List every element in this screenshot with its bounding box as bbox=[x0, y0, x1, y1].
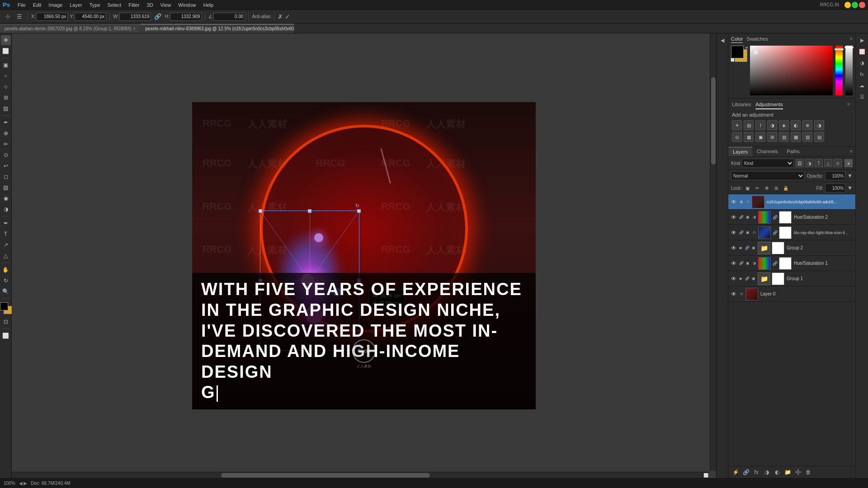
layer-item-hue2[interactable]: 👁 🔗 ▣ ◑ 🔗 Hue/Saturation 2 bbox=[728, 210, 855, 225]
win-minimize[interactable] bbox=[844, 2, 851, 8]
canvas-image[interactable]: RRCG 人人素材 RRCG 人人素材 RRCG 人人素材 RRCG RRCG … bbox=[192, 102, 536, 409]
color-spectrum[interactable] bbox=[750, 46, 833, 95]
quick-mask-mode[interactable]: ⊡ bbox=[1, 317, 11, 327]
transform-options-icon[interactable]: ☰ bbox=[14, 12, 24, 22]
menu-type[interactable]: Type bbox=[86, 1, 104, 9]
filter-toggle[interactable]: ● bbox=[844, 159, 853, 167]
filter-smart-icon[interactable]: ⊙ bbox=[834, 159, 842, 167]
layer-visibility-group2[interactable]: 👁 bbox=[730, 244, 737, 252]
marquee-tool[interactable]: ▣ bbox=[1, 60, 11, 70]
foreground-color-swatch[interactable] bbox=[731, 46, 744, 58]
adj-selective-color[interactable]: ▤ bbox=[814, 132, 824, 142]
brush-tool[interactable]: ✏ bbox=[1, 139, 11, 149]
dodge-tool[interactable]: ◑ bbox=[1, 204, 11, 214]
shape-tool[interactable]: △ bbox=[1, 251, 11, 261]
win-maximize[interactable] bbox=[852, 2, 858, 8]
tab-layers[interactable]: Layers bbox=[728, 147, 752, 156]
lock-all[interactable]: 🔒 bbox=[782, 184, 790, 192]
move-tool[interactable]: ✥ bbox=[1, 35, 11, 45]
layer-delete-btn[interactable]: 🗑 bbox=[804, 468, 813, 477]
link-proportions-icon[interactable]: 🔗 bbox=[153, 12, 163, 22]
adj-threshold[interactable]: ▩ bbox=[791, 132, 801, 142]
hue-marker[interactable] bbox=[835, 48, 844, 50]
opacity-arrow[interactable]: ▼ bbox=[847, 173, 853, 179]
adj-brightness[interactable]: ☀ bbox=[732, 120, 742, 130]
adj-hue-sat[interactable]: ◐ bbox=[791, 120, 801, 130]
hand-tool[interactable]: ✋ bbox=[1, 265, 11, 275]
lasso-tool[interactable]: ○ bbox=[1, 71, 11, 81]
zoom-nav[interactable]: ◀ ▶ bbox=[19, 481, 28, 486]
change-screen-mode[interactable]: ⬜ bbox=[1, 331, 11, 341]
tab-paths[interactable]: Paths bbox=[783, 147, 804, 156]
adj-black-white[interactable]: ◑ bbox=[814, 120, 824, 130]
layer-item-n1fr[interactable]: 👁 ▣ ⊙ n1fr2upin5n0cs3cbp06ah0v60-adc05..… bbox=[728, 194, 855, 210]
crop-tool[interactable]: ⊞ bbox=[1, 93, 11, 103]
filter-type-icon[interactable]: T bbox=[815, 159, 823, 167]
text-tool[interactable]: T bbox=[1, 229, 11, 239]
filter-adjust-icon[interactable]: ◑ bbox=[805, 159, 813, 167]
adj-color-balance[interactable]: ⊕ bbox=[802, 120, 812, 130]
eraser-tool[interactable]: ◻ bbox=[1, 172, 11, 182]
swap-colors-icon[interactable]: ⇌ bbox=[745, 46, 748, 50]
layer-item-group2[interactable]: 👁 ▶ 🔗 ▣ 📁 Group 2 bbox=[728, 240, 855, 256]
alpha-marker[interactable] bbox=[844, 47, 854, 48]
eyedropper-tool[interactable]: ✒ bbox=[1, 117, 11, 127]
layers-panel-menu[interactable]: ≡ bbox=[847, 147, 855, 156]
menu-select[interactable]: Select bbox=[104, 1, 125, 9]
gradient-tool[interactable]: ▨ bbox=[1, 183, 11, 192]
scroll-thumb-h[interactable] bbox=[221, 473, 430, 478]
layer-filter-btn[interactable]: ⚡ bbox=[731, 468, 740, 477]
adj-exposure[interactable]: ◑ bbox=[767, 120, 777, 130]
alpha-slider[interactable] bbox=[845, 46, 853, 95]
layer-visibility-group1[interactable]: 👁 bbox=[730, 275, 737, 282]
layer-visibility-layer0[interactable]: 👁 bbox=[730, 291, 737, 298]
panel-hide-button[interactable]: ◀ bbox=[717, 35, 727, 45]
menu-image[interactable]: Image bbox=[46, 1, 66, 9]
tab-adjustments[interactable]: Adjustments bbox=[755, 100, 783, 109]
frame-tool[interactable]: ▨ bbox=[1, 103, 11, 113]
w-input[interactable] bbox=[119, 13, 151, 21]
adj-vibrance[interactable]: ◈ bbox=[779, 120, 789, 130]
adj-curves[interactable]: ⌇ bbox=[755, 120, 765, 130]
opacity-input[interactable] bbox=[825, 171, 845, 180]
layer-visibility-bluray[interactable]: 👁 bbox=[730, 229, 737, 236]
layer-item-bluray[interactable]: 👁 🔗 ▣ ⊙ 🔗 blu-ray-disc-light-blue-icon-l… bbox=[728, 225, 855, 240]
right-icon-adjustments[interactable]: ◑ bbox=[857, 58, 867, 68]
canvas-area[interactable]: RRCG 人人素材 RRCG 人人素材 RRCG 人人素材 RRCG RRCG … bbox=[12, 33, 716, 478]
kind-select[interactable]: Kind Name Effect Mode Attribute Color Sm… bbox=[742, 159, 794, 168]
artboard-tool[interactable]: ⬜ bbox=[1, 46, 11, 56]
zoom-tool[interactable]: 🔍 bbox=[1, 286, 11, 296]
x-input[interactable] bbox=[36, 13, 68, 21]
adj-panel-expand[interactable]: ≡ bbox=[845, 100, 852, 109]
angle-input[interactable] bbox=[213, 13, 245, 21]
tab-channels[interactable]: Channels bbox=[752, 147, 782, 156]
scroll-corner[interactable]: ⬜ bbox=[703, 472, 709, 478]
menu-view[interactable]: View bbox=[157, 1, 175, 9]
transform-tool-icon[interactable]: ⊹ bbox=[3, 12, 13, 22]
adj-posterize[interactable]: ▨ bbox=[779, 132, 789, 142]
right-icon-tool-presets[interactable]: ☰ bbox=[857, 92, 867, 102]
layer-item-hue1[interactable]: 👁 🔗 ▣ ◑ 🔗 Hue/Saturation 1 bbox=[728, 256, 855, 271]
layer-visibility-n1fr[interactable]: 👁 bbox=[730, 198, 737, 206]
tab-pexels-mikhail[interactable]: pexels-mikhail-nilov-8389963.jpg @ 12.5%… bbox=[141, 24, 294, 33]
menu-filter[interactable]: Filter bbox=[125, 1, 142, 9]
adj-gradient-map[interactable]: ▥ bbox=[802, 132, 812, 142]
rotate-view-tool[interactable]: ↻ bbox=[1, 276, 11, 286]
menu-3d[interactable]: 3D bbox=[144, 1, 156, 9]
right-panel-collapse[interactable]: ▶ bbox=[857, 35, 867, 45]
adj-channel-mixer[interactable]: ▦ bbox=[744, 132, 754, 142]
lock-transparent-pixels[interactable]: ▣ bbox=[744, 184, 752, 192]
fill-input[interactable] bbox=[825, 183, 845, 192]
right-icon-styles[interactable]: fx bbox=[857, 69, 867, 79]
adj-levels[interactable]: ▤ bbox=[744, 120, 754, 130]
group2-arrow[interactable]: ▶ bbox=[739, 246, 743, 250]
spectrum-gradient[interactable] bbox=[750, 46, 833, 95]
adj-color-lookup[interactable]: ▣ bbox=[755, 132, 765, 142]
layer-mask-btn[interactable]: ◑ bbox=[762, 468, 771, 477]
cancel-transform-button[interactable]: ✗ bbox=[278, 13, 283, 20]
adj-invert[interactable]: ⊞ bbox=[767, 132, 777, 142]
scroll-thumb-v[interactable] bbox=[711, 77, 716, 165]
tab-libraries[interactable]: Libraries bbox=[732, 100, 751, 109]
fill-arrow[interactable]: ▼ bbox=[847, 185, 853, 191]
tab-color[interactable]: Color bbox=[731, 36, 743, 43]
